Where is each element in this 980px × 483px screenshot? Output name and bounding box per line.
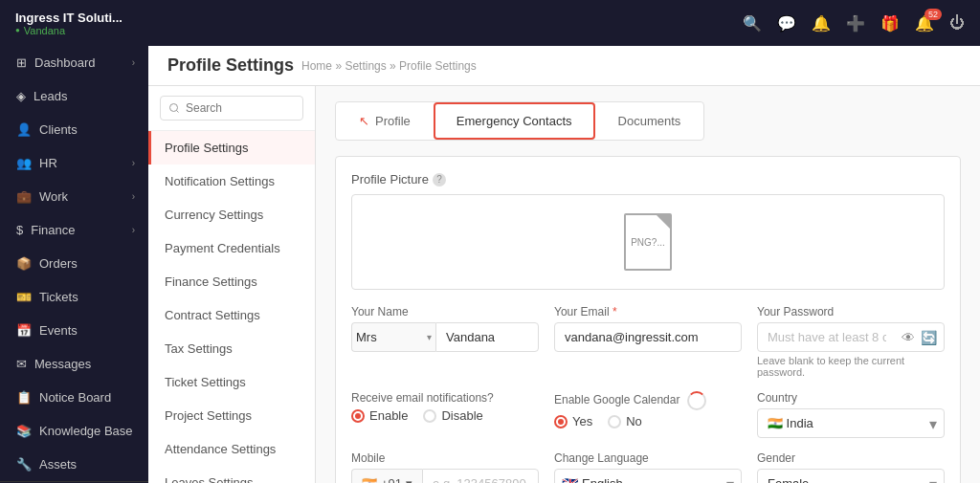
sidebar-item-finance[interactable]: $Finance › xyxy=(0,213,148,247)
form-row-mobile-language-gender: Mobile 🇮🇳 +91 ▾ Change Language xyxy=(351,451,945,483)
sidebar-item-hr[interactable]: 👥HR › xyxy=(0,146,148,180)
no-radio[interactable]: No xyxy=(608,414,642,428)
leads-icon: ◈ xyxy=(16,89,26,103)
sidebar-item-dashboard[interactable]: ⊞Dashboard › xyxy=(0,46,148,79)
sidebar-item-leads[interactable]: ◈Leads xyxy=(0,79,148,113)
chat-icon[interactable]: 💬 xyxy=(777,14,796,33)
settings-nav-tax-settings[interactable]: Tax Settings xyxy=(148,332,315,365)
clients-icon: 👤 xyxy=(16,122,32,137)
eye-icon[interactable]: 👁 xyxy=(902,330,915,345)
sidebar-item-noticeboard[interactable]: 📋Notice Board xyxy=(0,381,148,414)
sidebar-item-clients[interactable]: 👤Clients xyxy=(0,113,148,146)
settings-nav-ticket-settings[interactable]: Ticket Settings xyxy=(148,365,315,399)
sidebar: ⊞Dashboard › ◈Leads 👤Clients 👥HR › 💼Work… xyxy=(0,46,148,483)
sidebar-item-orders[interactable]: 📦Orders xyxy=(0,247,148,280)
password-group: 👁 🔄 xyxy=(757,322,945,352)
yes-radio-circle xyxy=(554,415,568,428)
sidebar-item-tickets[interactable]: 🎫Tickets xyxy=(0,280,148,314)
inner-layout: Profile Settings Notification Settings C… xyxy=(148,86,980,483)
notif-badge: 52 xyxy=(924,9,942,20)
chevron-icon: › xyxy=(132,225,135,235)
enable-radio[interactable]: Enable xyxy=(351,408,408,423)
yes-radio[interactable]: Yes xyxy=(554,414,592,428)
search-icon[interactable]: 🔍 xyxy=(743,14,762,33)
settings-nav-payment-credentials[interactable]: Payment Credentials xyxy=(148,231,315,265)
settings-nav-attendance-settings[interactable]: Attendance Settings xyxy=(148,432,315,466)
main-layout: ⊞Dashboard › ◈Leads 👤Clients 👥HR › 💼Work… xyxy=(0,46,980,483)
tab-documents[interactable]: Documents xyxy=(595,102,704,140)
form-row-name-email-password: Your Name Mrs Mr Ms Dr ▾ xyxy=(351,305,945,378)
brand-name: Ingress IT Soluti... xyxy=(15,11,122,25)
settings-nav-profile-settings[interactable]: Profile Settings xyxy=(148,131,315,165)
name-label: Your Name xyxy=(351,305,539,318)
bell-icon[interactable]: 🔔 xyxy=(812,14,831,33)
search-input[interactable] xyxy=(160,96,303,121)
country-select-wrapper: 🇮🇳 India 🇺🇸 United States xyxy=(757,408,945,438)
form-group-google-calendar: Enable Google Calendar Yes N xyxy=(554,391,742,438)
finance-icon: $ xyxy=(16,223,23,237)
knowledgebase-icon: 📚 xyxy=(16,424,32,438)
no-radio-circle xyxy=(608,415,621,428)
chevron-icon: › xyxy=(132,191,135,202)
settings-nav-project-settings[interactable]: Project Settings xyxy=(148,399,315,432)
events-icon: 📅 xyxy=(16,323,32,338)
sidebar-item-assets[interactable]: 🔧Assets xyxy=(0,448,148,481)
power-icon[interactable]: ⏻ xyxy=(949,14,965,32)
gender-select[interactable]: Female Male Other xyxy=(757,469,945,483)
settings-nav-leaves-settings[interactable]: Leaves Settings xyxy=(148,466,315,483)
settings-nav-finance-settings[interactable]: Finance Settings xyxy=(148,265,315,298)
country-select[interactable]: 🇮🇳 India 🇺🇸 United States xyxy=(757,408,945,438)
salutation-arrow-icon: ▾ xyxy=(423,322,435,352)
mobile-input[interactable] xyxy=(422,469,539,483)
email-input[interactable] xyxy=(554,322,742,352)
brand-user: Vandana xyxy=(15,25,122,36)
sidebar-item-events[interactable]: 📅Events xyxy=(0,314,148,347)
refresh-icon[interactable]: 🔄 xyxy=(921,330,937,345)
google-calendar-radio-group: Yes No xyxy=(554,414,742,428)
orders-icon: 📦 xyxy=(16,256,32,271)
gift-icon[interactable]: 🎁 xyxy=(880,14,900,33)
google-calendar-label: Enable Google Calendar xyxy=(554,391,742,410)
mobile-prefix: 🇮🇳 +91 ▾ xyxy=(351,469,422,483)
content-area: Profile Settings Home » Settings » Profi… xyxy=(148,46,980,483)
messages-icon: ✉ xyxy=(16,357,27,371)
add-icon[interactable]: ➕ xyxy=(846,14,865,33)
salutation-select[interactable]: Mrs Mr Ms Dr xyxy=(351,322,423,352)
chevron-icon: › xyxy=(132,57,135,68)
form-group-mobile: Mobile 🇮🇳 +91 ▾ xyxy=(351,451,539,483)
notifications-icon[interactable]: 🔔 52 xyxy=(915,14,934,33)
language-select[interactable]: English Hindi xyxy=(554,469,742,483)
profile-picture-section: Profile Picture ? PNG?... xyxy=(351,172,945,290)
help-icon[interactable]: ? xyxy=(433,173,446,187)
loading-spinner xyxy=(687,391,706,410)
noticeboard-icon: 📋 xyxy=(16,390,32,405)
sidebar-item-messages[interactable]: ✉Messages xyxy=(0,347,148,381)
hr-icon: 👥 xyxy=(16,156,32,170)
dashboard-icon: ⊞ xyxy=(16,55,27,70)
language-label: Change Language xyxy=(554,451,742,465)
settings-nav-notification-settings[interactable]: Notification Settings xyxy=(148,165,315,198)
profile-picture-label: Profile Picture ? xyxy=(351,172,945,187)
form-group-password: Your Password 👁 🔄 Leave blank to keep th… xyxy=(757,305,945,378)
email-label: Your Email * xyxy=(554,305,742,318)
first-name-input[interactable] xyxy=(435,322,539,352)
sidebar-item-work[interactable]: 💼Work › xyxy=(0,180,148,213)
gender-label: Gender xyxy=(757,451,945,465)
settings-nav: Profile Settings Notification Settings C… xyxy=(148,86,316,483)
tab-profile[interactable]: ↖ Profile xyxy=(336,102,434,140)
tab-emergency-contacts[interactable]: Emergency Contacts xyxy=(434,102,595,140)
chevron-icon: › xyxy=(132,158,135,168)
sidebar-item-knowledgebase[interactable]: 📚Knowledge Base xyxy=(0,414,148,448)
form-row-email-notif-google-country: Receive email notifications? Enable Disa… xyxy=(351,391,945,438)
profile-picture-box[interactable]: PNG?... xyxy=(351,194,945,290)
mobile-label: Mobile xyxy=(351,451,539,465)
disable-radio[interactable]: Disable xyxy=(423,408,482,423)
password-hint: Leave blank to keep the current password… xyxy=(757,355,945,378)
receive-email-label: Receive email notifications? xyxy=(351,391,539,405)
file-icon: PNG?... xyxy=(624,213,672,271)
settings-nav-contract-settings[interactable]: Contract Settings xyxy=(148,298,315,332)
form-group-email: Your Email * xyxy=(554,305,742,378)
brand: Ingress IT Soluti... Vandana xyxy=(15,11,122,36)
enable-radio-circle xyxy=(351,409,365,423)
settings-nav-currency-settings[interactable]: Currency Settings xyxy=(148,198,315,231)
